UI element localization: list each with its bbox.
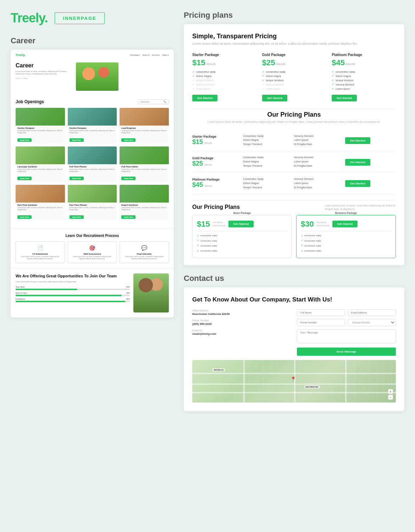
business-feat-3: ✓ consectetur sadip xyxy=(301,243,391,248)
job-img-6 xyxy=(120,146,169,164)
job-card-3: Lead Engineer Lorem ipsum dolor sit amet… xyxy=(120,108,169,144)
job-img-1 xyxy=(16,108,65,126)
apply-btn-6[interactable]: Apply Now xyxy=(121,177,135,180)
apply-btn-8[interactable]: Apply Now xyxy=(70,215,84,219)
gold-period: /Month xyxy=(276,62,286,66)
job-title-2: Garden Designer xyxy=(70,127,115,129)
gold-price: $25 xyxy=(262,58,275,67)
cross-icon: ✓ xyxy=(192,87,195,90)
pt-starter-price: $15 xyxy=(192,138,203,145)
basic-card-title: Basic Package xyxy=(231,212,253,214)
step-cv-title: CV Submission xyxy=(18,253,63,255)
starter-features: ✓consectetur sadip ✓dolore magna ✓tempor… xyxy=(192,70,256,90)
job-desc-2: Lorem ipsum dolor sit amet, consectetur … xyxy=(70,130,115,134)
pt-platinum-btn[interactable]: Get Started xyxy=(345,180,370,187)
map-road-v3 xyxy=(345,360,347,403)
apply-btn-9[interactable]: Apply Now xyxy=(121,215,135,219)
step-interview-desc: Lorem ipsum dolor sit amet, consectetur … xyxy=(122,256,167,260)
your-message-textarea[interactable] xyxy=(297,329,396,343)
platinum-get-started-btn[interactable]: Get Started xyxy=(332,95,357,101)
recruitment-steps: 📄 CV Submission Lorem ipsum dolor sit am… xyxy=(16,241,169,264)
nav-pages[interactable]: Pages ▾ xyxy=(162,54,169,56)
step-interview: 💬 Final Interview Lorem ipsum dolor sit … xyxy=(120,241,169,264)
cross-icon: ✓ xyxy=(262,83,265,86)
job-desc-6: Lorem ipsum dolor sit amet, consectetur … xyxy=(121,168,167,173)
job-search-input[interactable] xyxy=(140,101,162,103)
progress-value-2: 93% xyxy=(126,292,130,294)
opportunities-section: We Are Offering Great Opportunities To J… xyxy=(11,268,174,317)
check-icon: ✓ xyxy=(262,79,265,82)
pricing-main-title: Simple, Transparent Pricing xyxy=(192,33,396,40)
map-zoom-in[interactable]: + xyxy=(388,389,393,394)
pricing-cols: Starter Package $15/Month ✓consectetur s… xyxy=(192,53,396,101)
job-grid-row2: Lanscape Gardener Lorem ipsum dolor sit … xyxy=(16,146,169,182)
basic-features: ✓ consectetur sadip ✓ consectetur sadip … xyxy=(197,233,287,254)
check-icon: ✓ xyxy=(262,70,265,73)
career-hero-title: Career xyxy=(16,62,72,69)
gold-get-started-btn[interactable]: Get Started xyxy=(262,95,287,101)
progress-label-1: Team Work xyxy=(16,286,24,288)
job-card-5: Full-Time Planter Lorem ipsum dolor sit … xyxy=(68,146,117,182)
gold-features: ✓consectetur sadip ✓dolore magna ✓tempor… xyxy=(262,70,326,90)
apply-btn-3[interactable]: Apply Now xyxy=(121,138,135,142)
starter-package: Starter Package $15/Month ✓consectetur s… xyxy=(192,53,256,101)
apply-btn-1[interactable]: Apply Now xyxy=(17,138,32,142)
starter-title: Starter Package xyxy=(192,53,256,57)
job-card-1: Garden Designer Lorem ipsum dolor sit am… xyxy=(16,108,65,144)
apply-btn-7[interactable]: Apply Now xyxy=(17,215,32,219)
progress-bar-fill-3 xyxy=(16,301,125,302)
pricing-section-label: Pricing plans xyxy=(184,11,404,20)
pt-platinum-info: Platinum Package $45 /Month xyxy=(192,178,243,189)
pricing-v2-cards: Basic Package $15 Per Month, Paid Annual… xyxy=(192,215,396,259)
phone-number-input[interactable] xyxy=(297,319,345,326)
job-desc-3: Lorem ipsum dolor sit amet, consectetur … xyxy=(121,130,167,134)
pt-platinum-features1: Consectetur SadipDolore MagnaTempor Tinc… xyxy=(243,177,294,190)
opp-desc: Lorem ipsum dolor sit amet, consectetur … xyxy=(16,281,130,283)
pt-starter-features2: Nonumy DimmedLorem ipsumEt Fringilla Dia… xyxy=(294,134,345,147)
apply-btn-5[interactable]: Apply Now xyxy=(70,177,84,180)
job-img-9 xyxy=(120,185,169,203)
nav-homepage[interactable]: Homepage ▾ xyxy=(130,54,140,56)
business-feat-4: ✓ consectetur sadip xyxy=(301,249,391,254)
progress-bar-bg-3 xyxy=(16,301,130,302)
career-preview-card: Treely. Homepage ▾ About Us Services ▾ P… xyxy=(11,50,174,317)
basic-get-started-btn[interactable]: Get Started xyxy=(228,221,254,227)
pt-gold-btn[interactable]: Get Started xyxy=(345,159,370,166)
map-controls[interactable]: + − xyxy=(388,389,393,400)
apply-btn-2[interactable]: Apply Now xyxy=(70,138,84,142)
pt-platinum-price: $45 xyxy=(192,181,203,188)
email-address-input[interactable] xyxy=(348,309,396,316)
job-search-box[interactable]: 🔍 xyxy=(138,99,169,104)
starter-get-started-btn[interactable]: Get Started xyxy=(192,95,217,101)
job-desc-8: Lorem ipsum dolor sit amet, consectetur … xyxy=(70,207,115,211)
basic-feat-2: ✓ consectetur sadip xyxy=(197,238,287,243)
nav-about[interactable]: About Us xyxy=(142,54,150,56)
nav-services[interactable]: Services ▾ xyxy=(152,54,160,56)
send-message-btn[interactable]: Send Message xyxy=(297,348,396,356)
step-cv: 📄 CV Submission Lorem ipsum dolor sit am… xyxy=(16,241,65,264)
cross-icon: ✓ xyxy=(192,83,195,86)
search-icon: 🔍 xyxy=(163,100,166,103)
job-title-6: Full-Time Admin xyxy=(121,166,167,168)
job-card-6: Full-Time Admin Lorem ipsum dolor sit am… xyxy=(120,146,169,182)
job-title-8: Part-Time Planter xyxy=(70,204,115,206)
pt-gold-period: /Month xyxy=(205,164,212,166)
career-breadcrumb: Home > Career xyxy=(16,77,72,79)
pt-starter-btn[interactable]: Get Started xyxy=(345,137,370,144)
our-pricing-subtitle: Lorem ipsum dolor sit amet, consectetur … xyxy=(192,120,396,124)
opp-title: We Are Offering Great Opportunities To J… xyxy=(16,273,130,278)
job-title-9: Expert Gardener xyxy=(121,204,167,206)
office-label: Office Address xyxy=(192,309,291,312)
apply-btn-4[interactable]: Apply Now xyxy=(17,177,32,180)
job-desc-4: Lorem ipsum dolor sit amet, consectetur … xyxy=(17,168,63,173)
cross-icon: ✓ xyxy=(262,87,265,90)
map-zoom-out[interactable]: − xyxy=(388,395,393,400)
choose-service-select[interactable]: Choose Service xyxy=(348,319,396,326)
pt-gold-features1: Consectetur SadipDolore MagnaTempor Tinc… xyxy=(243,155,294,168)
business-get-started-btn[interactable]: Get Started xyxy=(332,221,358,227)
recruitment-title: Learn Our Recruitment Process xyxy=(16,234,169,238)
full-name-input[interactable] xyxy=(297,309,345,316)
job-img-2 xyxy=(68,108,117,126)
gold-title: Gold Package xyxy=(262,53,326,57)
progress-bar-fill-2 xyxy=(16,295,122,296)
